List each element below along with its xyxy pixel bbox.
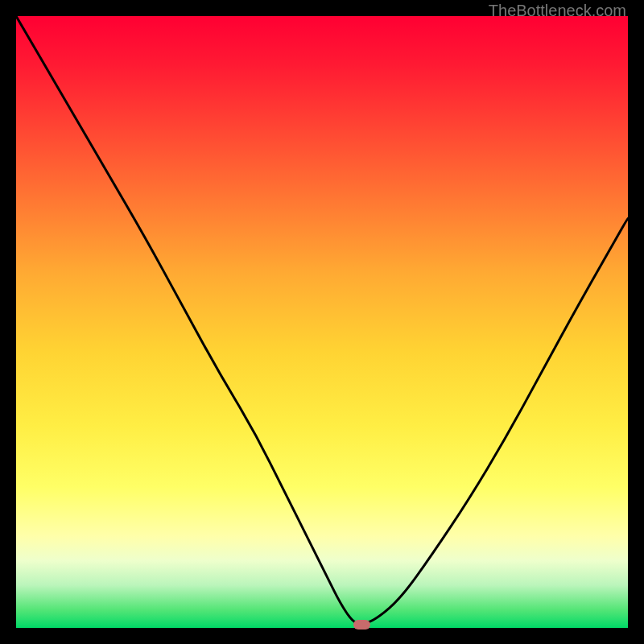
watermark-text: TheBottleneck.com	[489, 2, 626, 20]
optimum-marker	[353, 620, 370, 630]
chart-frame: TheBottleneck.com	[0, 0, 644, 644]
plot-area	[16, 16, 628, 628]
bottleneck-curve	[16, 16, 628, 628]
